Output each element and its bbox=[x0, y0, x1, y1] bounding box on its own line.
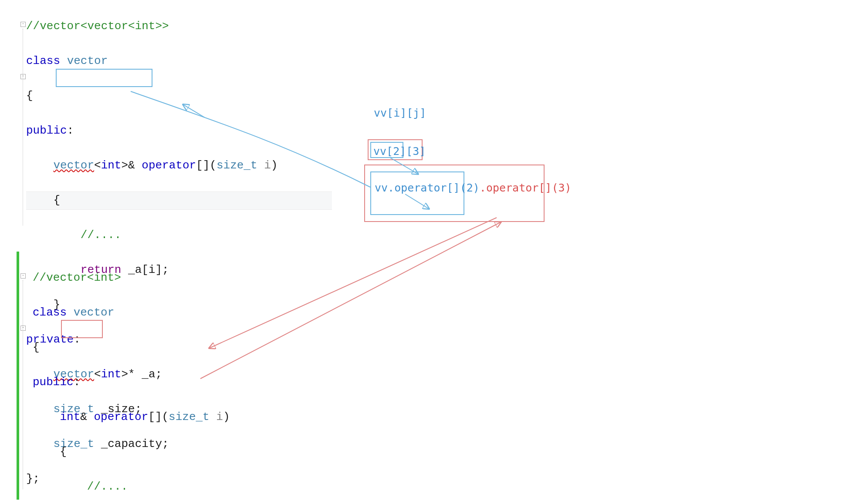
annotation-box-blue-1 bbox=[370, 142, 403, 158]
fold-toggle-icon[interactable] bbox=[20, 22, 26, 27]
code-block-2: //vector<int> class vector { public: int… bbox=[33, 252, 230, 504]
return-type: vector bbox=[53, 159, 94, 172]
fold-toggle-icon[interactable] bbox=[20, 326, 26, 331]
operator-kw: operator bbox=[94, 410, 148, 423]
inner-type: int bbox=[101, 159, 122, 172]
comment: //.... bbox=[87, 480, 128, 493]
keyword-public: public bbox=[26, 124, 67, 137]
param-name: i bbox=[210, 410, 223, 423]
comment: //.... bbox=[81, 228, 122, 242]
keyword-class: class bbox=[26, 54, 60, 67]
annotation-box-red-2 bbox=[364, 165, 545, 222]
annotation-vvij: vv[i][j] bbox=[374, 104, 426, 122]
keyword-class: class bbox=[33, 306, 67, 319]
comment: //vector<vector<int>> bbox=[26, 20, 169, 33]
annotation-operator-chain: vv.operator[](2).operator[](3) bbox=[375, 179, 572, 197]
param-type: size_t bbox=[169, 410, 210, 423]
type-name: vector bbox=[67, 54, 108, 67]
fold-guide bbox=[23, 280, 23, 489]
fold-guide bbox=[23, 29, 23, 225]
param-name: i bbox=[257, 159, 271, 172]
annotation-box-red-1 bbox=[368, 139, 423, 160]
brace: { bbox=[26, 89, 33, 102]
change-bar bbox=[17, 252, 19, 500]
operator-kw: operator bbox=[142, 159, 196, 172]
brace: { bbox=[33, 341, 40, 354]
type-name: vector bbox=[74, 306, 115, 319]
annotation-box-blue-2 bbox=[370, 171, 464, 215]
keyword-public: public bbox=[33, 376, 74, 389]
fold-toggle-icon[interactable] bbox=[20, 74, 26, 79]
param-type: size_t bbox=[217, 159, 257, 172]
return-type: int bbox=[60, 410, 80, 423]
fold-toggle-icon[interactable] bbox=[20, 273, 26, 279]
annotation-vv23: vv[2][3] bbox=[373, 143, 426, 160]
comment: //vector<int> bbox=[33, 271, 121, 284]
